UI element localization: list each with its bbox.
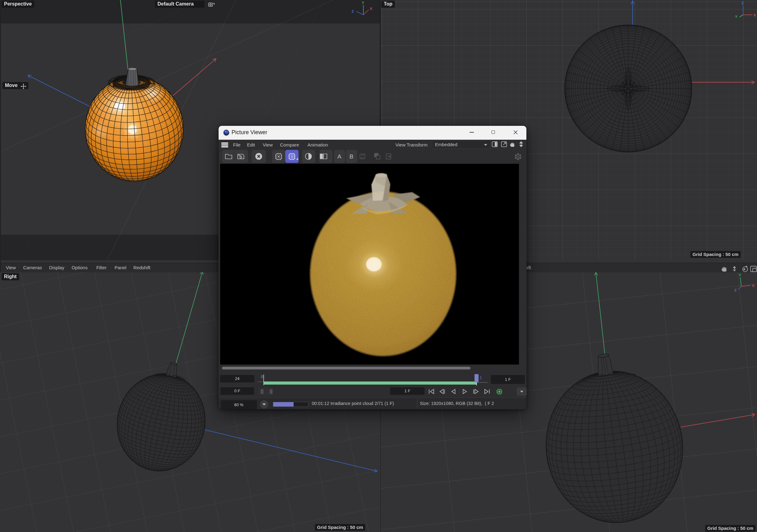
svg-text:Z: Z: [735, 288, 737, 292]
svg-text:B: B: [349, 153, 353, 160]
svg-text:Y: Y: [362, 1, 364, 5]
svg-text:Z: Z: [352, 10, 354, 13]
svg-text:A: A: [337, 153, 342, 160]
svg-text:Y: Y: [735, 15, 738, 18]
svg-text:X: X: [370, 7, 372, 11]
svg-text:X: X: [754, 13, 756, 17]
svg-text:Y: Y: [739, 273, 741, 277]
svg-text:Z: Z: [742, 1, 744, 5]
svg-text:X: X: [752, 284, 755, 288]
